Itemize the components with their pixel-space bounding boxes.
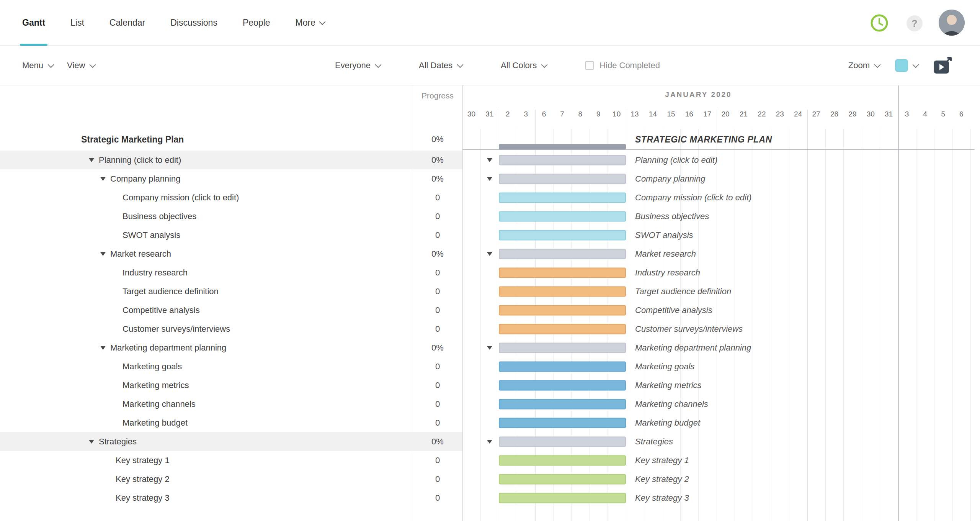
question-mark-icon: ? [911,18,917,29]
task-name[interactable]: Marketing budget [122,418,188,428]
gantt-bar[interactable] [499,436,626,447]
tab-people[interactable]: People [243,0,270,45]
gantt-bar[interactable] [499,474,626,484]
gantt-bar[interactable] [499,305,626,315]
tab-discussions[interactable]: Discussions [170,0,217,45]
gantt-bar[interactable] [499,249,626,259]
gantt-bar[interactable] [499,230,626,240]
collapse-caret[interactable] [100,252,106,256]
time-tracking-button[interactable] [870,13,889,33]
day-label: 6 [535,110,553,118]
gantt-bar[interactable] [499,211,626,221]
gantt-bar[interactable] [499,155,626,165]
chart-collapse-caret[interactable] [487,158,492,162]
task-name[interactable]: Marketing department planning [110,343,226,353]
progress-value[interactable]: 0 [413,230,462,240]
project-name[interactable]: Strategic Marketing Plan [81,134,184,145]
task-row: Marketing metrics 0 Marketing metrics [0,376,980,395]
grid-header: Progress JANUARY 2020 303123678910131415… [0,85,980,128]
progress-value[interactable]: 0 [413,455,462,465]
color-theme-dropdown[interactable] [895,59,918,72]
progress-value[interactable]: 0 [413,380,462,390]
gantt-bar[interactable] [499,399,626,409]
progress-value[interactable]: 0% [413,174,462,184]
gantt-bar[interactable] [499,418,626,428]
project-progress-value[interactable]: 0% [413,134,462,144]
chart-collapse-caret[interactable] [487,252,492,256]
progress-value[interactable]: 0% [413,155,462,165]
task-row: Industry research 0 Industry research [0,263,980,282]
progress-value[interactable]: 0 [413,268,462,278]
task-name[interactable]: Marketing metrics [122,380,189,390]
progress-value[interactable]: 0 [413,399,462,409]
task-name[interactable]: Planning (click to edit) [99,155,181,165]
help-button[interactable]: ? [906,15,923,31]
collapse-caret[interactable] [100,177,106,181]
task-name[interactable]: Strategies [99,437,137,447]
gantt-bar[interactable] [499,267,626,278]
gantt-bar[interactable] [499,324,626,334]
progress-value[interactable]: 0 [413,418,462,428]
gantt-bar[interactable] [499,192,626,203]
progress-value[interactable]: 0 [413,324,462,334]
progress-value[interactable]: 0 [413,493,462,503]
progress-value[interactable]: 0% [413,249,462,259]
progress-value[interactable]: 0 [413,193,462,203]
task-name[interactable]: Company mission (click to edit) [122,193,239,203]
task-name[interactable]: Marketing goals [122,362,182,372]
task-name[interactable]: SWOT analysis [122,230,180,240]
progress-value[interactable]: 0% [413,437,462,447]
task-name[interactable]: Industry research [122,268,188,278]
chart-collapse-caret[interactable] [487,440,492,444]
task-row: Target audience definition 0 Target audi… [0,282,980,301]
chart-collapse-caret[interactable] [487,177,492,181]
colors-filter-dropdown[interactable]: All Colors [501,61,547,70]
task-name[interactable]: Key strategy 2 [116,474,170,484]
gantt-bar[interactable] [499,380,626,390]
task-name[interactable]: Business objectives [122,211,196,221]
gantt-bar[interactable] [499,342,626,353]
tab-gantt[interactable]: Gantt [22,0,45,45]
video-tutorial-button[interactable] [933,57,952,74]
collapse-caret[interactable] [89,440,94,444]
collapse-caret[interactable] [100,346,106,350]
task-name[interactable]: Customer surveys/interviews [122,324,230,334]
task-name[interactable]: Company planning [110,174,180,184]
day-label: 30 [462,110,480,118]
progress-value[interactable]: 0 [413,474,462,484]
collapse-caret[interactable] [89,158,94,162]
gantt-bar[interactable] [499,286,626,297]
zoom-dropdown[interactable]: Zoom [848,61,880,70]
progress-value[interactable]: 0% [413,343,462,353]
tab-calendar[interactable]: Calendar [109,0,145,45]
gantt-bar[interactable] [499,361,626,372]
task-name[interactable]: Key strategy 3 [116,493,170,503]
task-name[interactable]: Marketing channels [122,399,196,409]
progress-value[interactable]: 0 [413,287,462,297]
progress-value[interactable]: 0 [413,211,462,221]
task-name[interactable]: Key strategy 1 [116,455,170,465]
tab-more[interactable]: More [296,0,325,45]
tab-list[interactable]: List [70,0,84,45]
project-summary-bar[interactable] [499,144,626,149]
gantt-bar[interactable] [499,455,626,465]
chart-collapse-caret[interactable] [487,346,492,350]
gantt-bar[interactable] [499,174,626,184]
hide-completed-checkbox[interactable] [585,61,594,70]
progress-value[interactable]: 0 [413,362,462,372]
task-row: Company mission (click to edit) 0 Compan… [0,188,980,207]
day-label: 17 [698,110,716,118]
progress-value[interactable]: 0 [413,305,462,315]
dates-filter-dropdown[interactable]: All Dates [419,61,462,70]
task-name[interactable]: Market research [110,249,171,259]
view-dropdown[interactable]: View [67,61,95,70]
tab-label: Calendar [109,18,145,28]
menu-dropdown[interactable]: Menu [22,61,53,70]
gantt-bar[interactable] [499,493,626,503]
task-name[interactable]: Competitive analysis [122,305,200,315]
user-avatar[interactable] [939,10,965,36]
task-name[interactable]: Target audience definition [122,287,219,297]
tab-label: Gantt [22,18,45,28]
hide-completed-toggle[interactable]: Hide Completed [585,61,660,70]
people-filter-dropdown[interactable]: Everyone [335,61,381,70]
